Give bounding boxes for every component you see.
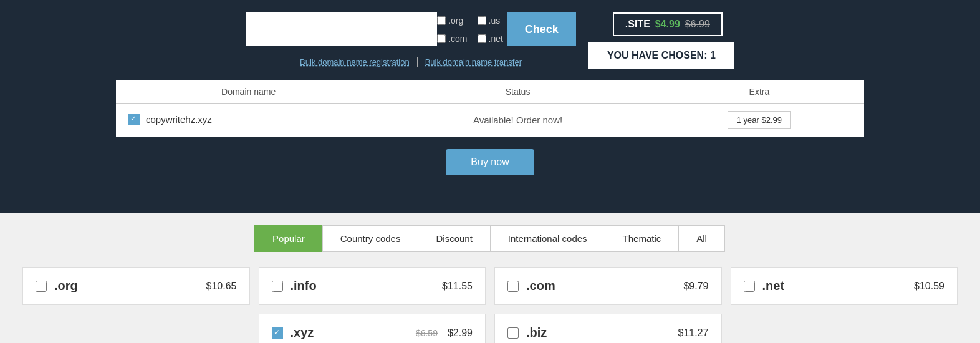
bottom-section: Popular Country codes Discount Internati… [0,213,980,343]
tld-com-name: .com [526,279,676,293]
domain-search-input[interactable]: copywritehz [246,12,437,46]
buy-now-row: Buy now [446,137,534,194]
domain-status-cell: Available! Order now! [381,104,654,137]
buy-now-button[interactable]: Buy now [446,149,534,175]
tld-biz-checkbox[interactable] [507,327,519,339]
tld-card-biz: .biz $11.27 [494,314,722,343]
tab-all[interactable]: All [678,225,725,252]
tld-net-price: $10.59 [914,281,944,292]
org-checkbox-label[interactable]: .org [437,12,467,28]
us-checkbox-label[interactable]: .us [478,12,507,28]
tld-xyz-price: $2.99 [448,327,473,339]
domain-table: Domain name Status Extra copywritehz.xyz… [116,80,864,137]
bulk-transfer-link[interactable]: Bulk domain name transfer [417,57,529,67]
tld-org-checkbox[interactable] [36,281,47,292]
tld-com-checkbox[interactable] [507,281,519,292]
tabs-row: Popular Country codes Discount Internati… [19,225,961,252]
tld-org-price: $10.65 [206,281,237,292]
tld-info-price: $11.55 [442,281,473,292]
tld-xyz-name: .xyz [291,326,408,340]
extra-button[interactable]: 1 year $2.99 [728,111,791,129]
bulk-registration-link[interactable]: Bulk domain name registration [292,57,417,67]
tld-net-name: .net [762,279,907,293]
tld-biz-price: $11.27 [678,327,709,339]
site-promo: .SITE $4.99 $6.99 [613,12,723,36]
org-checkbox[interactable] [437,16,446,25]
domain-checkbox-cell[interactable]: copywritehz.xyz [116,104,381,137]
tld-xyz-checked-icon[interactable] [272,327,283,339]
tld-card-net: .net $10.59 [731,267,958,305]
com-checkbox[interactable] [437,34,446,43]
tab-thematic[interactable]: Thematic [605,225,680,252]
tld-card-com: .com $9.79 [494,267,722,305]
tab-popular[interactable]: Popular [254,225,323,252]
domain-extra-cell[interactable]: 1 year $2.99 [655,104,864,137]
tab-country-codes[interactable]: Country codes [322,225,419,252]
site-promo-price-new: $4.99 [655,19,680,30]
table-row: copywritehz.xyz Available! Order now! 1 … [116,104,864,137]
net-checkbox[interactable] [478,34,486,43]
col-extra: Extra [655,80,864,104]
site-promo-label: .SITE [625,19,650,30]
tld-com-price: $9.79 [683,281,708,292]
tld-net-checkbox[interactable] [744,281,755,292]
com-checkbox-label[interactable]: .com [437,31,467,46]
net-checkbox-label[interactable]: .net [478,31,507,46]
tld-card-org: .org $10.65 [22,267,250,305]
col-status: Status [381,80,654,104]
tld-grid: .org $10.65 .info $11.55 .com $9.79 .net… [22,267,958,343]
top-right-group: .SITE $4.99 $6.99 YOU HAVE CHOSEN: 1 [588,12,734,69]
tld-card-info: .info $11.55 [259,267,486,305]
tld-info-checkbox[interactable] [272,281,283,292]
tab-international-codes[interactable]: International codes [490,225,605,252]
site-promo-price-old: $6.99 [685,19,710,30]
check-button[interactable]: Check [507,12,576,46]
col-domain-name: Domain name [116,80,381,104]
tld-card-xyz: .xyz $6.59 $2.99 [259,314,486,343]
tld-org-name: .org [54,279,199,293]
domain-name-cell: copywritehz.xyz [146,114,212,125]
tld-checkboxes: .org .us .com .net [437,12,507,46]
bulk-links-row: Bulk domain name registration Bulk domai… [292,57,529,67]
tld-xyz-price-old: $6.59 [416,328,438,338]
tld-info-name: .info [291,279,435,293]
domain-checked-icon[interactable] [128,114,140,125]
tld-biz-name: .biz [526,326,671,340]
us-checkbox[interactable] [478,16,486,25]
tab-discount[interactable]: Discount [418,225,490,252]
chosen-badge: YOU HAVE CHOSEN: 1 [588,42,734,69]
